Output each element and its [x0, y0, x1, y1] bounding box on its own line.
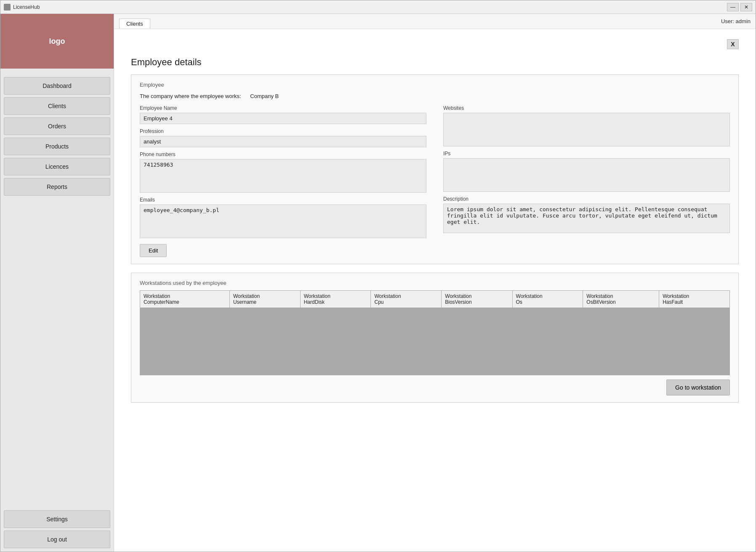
topbar: Clients User: admin: [114, 14, 756, 29]
user-info: User: admin: [721, 18, 751, 24]
websites-input[interactable]: [443, 113, 730, 146]
form-grid: Employee Name Profession Phone numbers 7…: [140, 105, 730, 238]
description-label: Description: [443, 196, 730, 202]
cell-empty-2: [229, 308, 300, 375]
ips-input[interactable]: [443, 158, 730, 192]
emails-group: Emails employee_4@company_b.pl: [140, 197, 426, 238]
workstations-label: Workstations used by the employee: [140, 280, 730, 286]
emails-label: Emails: [140, 197, 426, 203]
titlebar: LicenseHub — ✕: [0, 0, 756, 14]
window-controls: — ✕: [727, 3, 752, 11]
description-group: Description Lorem ipsum dolor sit amet, …: [443, 196, 730, 233]
table-row-empty: [140, 308, 730, 375]
employee-name-input[interactable]: [140, 113, 426, 124]
cell-empty-8: [659, 308, 730, 375]
app-icon: [4, 4, 11, 11]
cell-empty-6: [512, 308, 583, 375]
phone-label: Phone numbers: [140, 151, 426, 157]
profession-label: Profession: [140, 128, 426, 134]
sidebar-item-clients[interactable]: Clients: [4, 97, 110, 115]
profession-group: Profession: [140, 128, 426, 147]
workstation-table: WorkstationComputerName WorkstationUsern…: [140, 290, 730, 375]
sidebar-item-reports[interactable]: Reports: [4, 178, 110, 196]
col-computer-name: WorkstationComputerName: [140, 291, 230, 308]
logo-area: logo: [0, 14, 114, 69]
sidebar-item-settings[interactable]: Settings: [4, 510, 110, 528]
sidebar-bottom: Settings Log out: [0, 507, 114, 552]
websites-group: Websites: [443, 105, 730, 146]
minimize-button[interactable]: —: [727, 3, 739, 11]
cell-empty-7: [583, 308, 659, 375]
logo-label: logo: [49, 37, 65, 46]
company-name: Company B: [250, 93, 279, 99]
sidebar-item-dashboard[interactable]: Dashboard: [4, 77, 110, 95]
sidebar-item-licences[interactable]: Licences: [4, 158, 110, 175]
tab-clients[interactable]: Clients: [119, 19, 150, 29]
company-line-prefix: The company where the employee works:: [140, 93, 241, 99]
employee-section: Employee The company where the employee …: [131, 74, 739, 264]
col-os: WorkstationOs: [512, 291, 583, 308]
col-biosversion: WorkstationBiosVersion: [442, 291, 512, 308]
company-line: The company where the employee works: Co…: [140, 93, 730, 99]
sidebar-item-products[interactable]: Products: [4, 138, 110, 155]
go-to-workstation-button[interactable]: Go to workstation: [666, 380, 730, 395]
main-content: X Employee details Employee The company …: [114, 29, 756, 552]
close-x-container: X: [131, 39, 739, 53]
ips-label: IPs: [443, 151, 730, 157]
edit-button[interactable]: Edit: [140, 244, 167, 257]
employee-name-group: Employee Name: [140, 105, 426, 124]
employee-name-label: Employee Name: [140, 105, 426, 111]
description-input[interactable]: Lorem ipsum dolor sit amet, consectetur …: [443, 204, 730, 233]
main-area: Clients User: admin X Employee details E…: [114, 14, 756, 552]
col-hasfault: WorkstationHasFault: [659, 291, 730, 308]
websites-label: Websites: [443, 105, 730, 111]
employee-section-label: Employee: [140, 82, 730, 88]
close-x-button[interactable]: X: [727, 39, 739, 49]
form-right: Websites IPs Description Lorem ipsum dol…: [443, 105, 730, 238]
sidebar: logo Dashboard Clients Orders Products L…: [0, 14, 114, 552]
cell-empty-4: [371, 308, 442, 375]
app-body: logo Dashboard Clients Orders Products L…: [0, 14, 756, 552]
cell-empty-1: [140, 308, 230, 375]
phone-input[interactable]: 741258963: [140, 159, 426, 193]
sidebar-item-logout[interactable]: Log out: [4, 531, 110, 548]
tab-bar: Clients: [119, 14, 151, 29]
go-workstation-container: Go to workstation: [140, 380, 730, 395]
col-harddisk: WorkstationHardDisk: [300, 291, 371, 308]
phone-group: Phone numbers 741258963: [140, 151, 426, 193]
col-osbitversion: WorkstationOsBitVersion: [583, 291, 659, 308]
form-left: Employee Name Profession Phone numbers 7…: [140, 105, 426, 238]
cell-empty-3: [300, 308, 371, 375]
col-cpu: WorkstationCpu: [371, 291, 442, 308]
nav-area: Dashboard Clients Orders Products Licenc…: [0, 69, 114, 507]
ips-group: IPs: [443, 151, 730, 192]
emails-input[interactable]: employee_4@company_b.pl: [140, 204, 426, 238]
app-window: LicenseHub — ✕ logo Dashboard Clients Or…: [0, 0, 756, 552]
cell-empty-5: [442, 308, 512, 375]
sidebar-item-orders[interactable]: Orders: [4, 117, 110, 135]
close-button[interactable]: ✕: [740, 3, 752, 11]
workstations-section: Workstations used by the employee Workst…: [131, 273, 739, 403]
app-title: LicenseHub: [13, 4, 727, 10]
profession-input[interactable]: [140, 136, 426, 147]
page-title: Employee details: [131, 57, 739, 68]
col-username: WorkstationUsername: [229, 291, 300, 308]
